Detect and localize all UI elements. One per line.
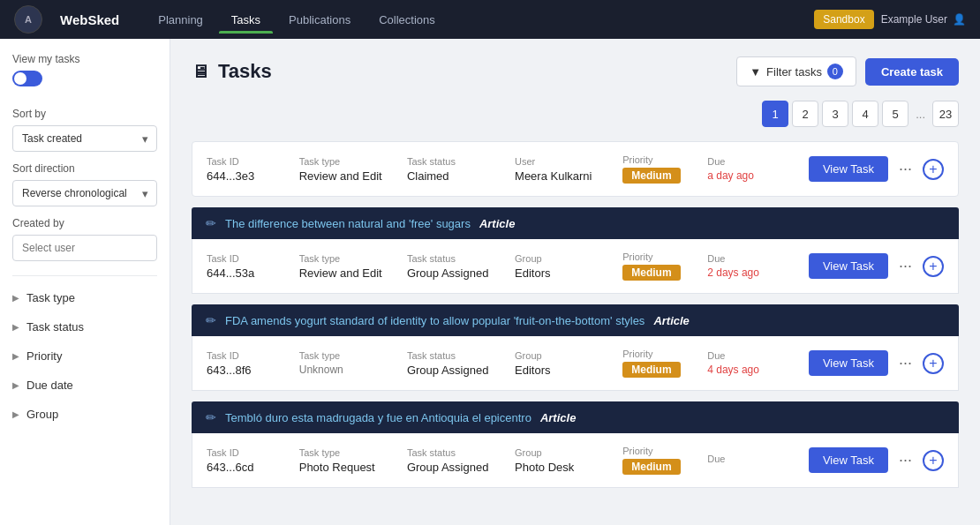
view-task-button[interactable]: View Task (809, 253, 888, 279)
arrow-icon: ▶ (12, 293, 19, 303)
due-col: Due a day ago (707, 156, 800, 182)
group-value: Photo Desk (515, 461, 622, 474)
group-col: Group Editors (515, 253, 622, 280)
sidebar-item-group[interactable]: ▶ Group (0, 400, 170, 429)
page-title: Tasks (218, 60, 272, 83)
task-type-value: Review and Edit (299, 266, 407, 280)
nav-collections[interactable]: Collections (366, 6, 448, 34)
due-value: a day ago (707, 169, 800, 182)
due-label: Due (707, 253, 800, 264)
nav-planning[interactable]: Planning (146, 6, 215, 34)
user-value: Meera Kulkarni (515, 169, 622, 183)
page-last-button[interactable]: 23 (932, 101, 959, 127)
page-4-button[interactable]: 4 (852, 101, 878, 127)
add-button[interactable]: + (923, 256, 944, 277)
task-id-label: Task ID (207, 156, 299, 167)
page-5-button[interactable]: 5 (882, 101, 908, 127)
task-status-label: Task status (407, 350, 515, 361)
task-status-value: Group Assigned (407, 266, 515, 280)
group-label: Group (26, 408, 58, 421)
table-row: Task ID 644...3e3 Task type Review and E… (192, 141, 959, 197)
priority-label: Priority (622, 154, 707, 165)
group-header-2: ✏ Tembló duro esta madrugada y fue en An… (192, 401, 959, 433)
create-task-button[interactable]: Create task (865, 58, 959, 86)
tasks-title: 🖥 Tasks (192, 60, 272, 83)
task-id-col: Task ID 643...8f6 (207, 350, 299, 377)
filter-tasks-button[interactable]: ▼ Filter tasks 0 (736, 56, 856, 86)
sidebar-item-due-date[interactable]: ▶ Due date (0, 371, 170, 400)
add-button[interactable]: + (923, 450, 944, 471)
task-type-label: Task type (299, 253, 407, 264)
article-group-0: ✏ The difference between natural and 'fr… (192, 207, 959, 294)
view-my-tasks-toggle[interactable] (12, 71, 42, 86)
sidebar-item-priority[interactable]: ▶ Priority (0, 341, 170, 371)
task-type-label: Task type (299, 156, 407, 167)
task-id-col: Task ID 644...3e3 (207, 156, 299, 183)
arrow-icon: ▶ (12, 380, 19, 390)
tasks-icon: 🖥 (192, 62, 209, 82)
task-actions: View Task ··· + (809, 253, 944, 279)
page-1-button[interactable]: 1 (762, 101, 788, 127)
sort-by-wrapper: Task created (12, 125, 157, 152)
arrow-icon: ▶ (12, 351, 19, 361)
filter-label: Filter tasks (766, 65, 822, 79)
nav-links: Planning Tasks Publications Collections (146, 6, 796, 34)
view-task-button[interactable]: View Task (809, 156, 888, 182)
due-value: 4 days ago (707, 364, 800, 376)
task-id-col: Task ID 643...6cd (207, 447, 299, 474)
page-3-button[interactable]: 3 (822, 101, 848, 127)
table-row: Task ID 643...6cd Task type Photo Reques… (192, 433, 959, 488)
group-tag-0: Article (479, 217, 515, 230)
due-label: Due (707, 350, 800, 361)
add-button[interactable]: + (923, 353, 944, 374)
sidebar-item-task-type[interactable]: ▶ Task type (0, 283, 170, 312)
more-options-button[interactable]: ··· (895, 350, 916, 376)
group-header-0: ✏ The difference between natural and 'fr… (192, 207, 959, 239)
task-type-label: Task type (299, 447, 407, 458)
task-actions: View Task ··· + (809, 447, 944, 473)
more-options-button[interactable]: ··· (895, 253, 916, 279)
task-id-value: 643...8f6 (207, 364, 299, 377)
more-options-button[interactable]: ··· (895, 156, 916, 182)
sort-by-select[interactable]: Task created (12, 125, 157, 152)
group-tag-2: Article (540, 411, 576, 424)
sort-direction-wrapper: Reverse chronological (12, 180, 157, 206)
view-task-button[interactable]: View Task (809, 350, 888, 376)
group-value: Editors (515, 266, 622, 280)
sandbox-badge[interactable]: Sandbox (814, 10, 873, 29)
sort-direction-select[interactable]: Reverse chronological (12, 180, 157, 206)
view-my-tasks-section: View my tasks (0, 53, 170, 108)
more-options-button[interactable]: ··· (895, 447, 916, 473)
group-value: Editors (515, 364, 622, 377)
priority-label: Priority (26, 349, 62, 363)
page-2-button[interactable]: 2 (792, 101, 818, 127)
sort-direction-section: Sort direction Reverse chronological (0, 162, 170, 217)
sidebar-divider (12, 275, 157, 276)
tasks-header: 🖥 Tasks ▼ Filter tasks 0 Create task (192, 56, 959, 86)
add-button[interactable]: + (923, 159, 944, 180)
group-tag-1: Article (653, 314, 689, 327)
due-label: Due (707, 156, 800, 167)
task-type-value: Unknown (299, 364, 407, 376)
task-id-label: Task ID (207, 447, 299, 458)
group-title-2: Tembló duro esta madrugada y fue en Anti… (225, 411, 531, 424)
top-nav: A WebSked Planning Tasks Publications Co… (0, 0, 980, 39)
user-menu[interactable]: Example User 👤 (881, 13, 966, 26)
task-id-value: 643...6cd (207, 461, 299, 474)
task-status-col: Task status Group Assigned (407, 350, 515, 377)
created-by-input[interactable] (12, 235, 157, 261)
nav-publications[interactable]: Publications (276, 6, 363, 34)
created-by-label: Created by (12, 217, 157, 229)
view-task-button[interactable]: View Task (809, 447, 888, 473)
nav-tasks[interactable]: Tasks (219, 6, 273, 34)
sidebar-item-task-status[interactable]: ▶ Task status (0, 312, 170, 341)
table-row: Task ID 644...53a Task type Review and E… (192, 239, 959, 294)
priority-badge: Medium (622, 265, 680, 281)
due-value: 2 days ago (707, 266, 800, 279)
group-title-1: FDA amends yogurt standard of identity t… (225, 314, 645, 327)
arrow-icon: ▶ (12, 409, 19, 419)
priority-badge: Medium (622, 362, 680, 378)
app-logo[interactable]: A (14, 5, 42, 34)
priority-col: Priority Medium (622, 154, 707, 184)
task-actions: View Task ··· + (809, 350, 944, 376)
